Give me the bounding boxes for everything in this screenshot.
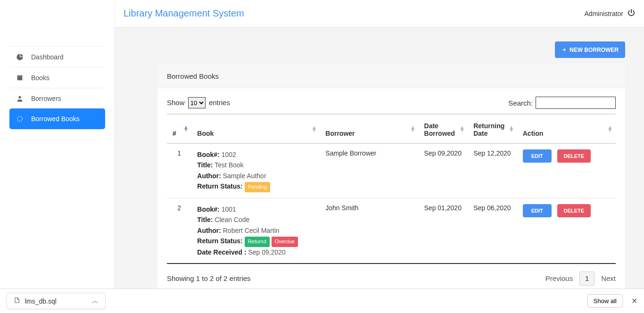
cell-returning-date: Sep 06,2020: [468, 198, 517, 264]
power-icon[interactable]: [627, 8, 636, 18]
cell-book: Book#: 1002 Title: Test Book Author: Sam…: [191, 143, 320, 198]
col-action[interactable]: Action ▲▼: [517, 114, 616, 143]
table-row: 2 Book#: 1001 Title: Clean Code Author: …: [167, 198, 616, 264]
entries-label: entries: [209, 99, 230, 107]
card-title: Borrowed Books: [157, 65, 625, 88]
download-item[interactable]: lms_db.sql ︿: [7, 293, 106, 309]
search-input[interactable]: [536, 97, 616, 109]
show-label: Show: [167, 99, 185, 107]
delete-button[interactable]: DELETE: [557, 149, 591, 163]
cell-number: 1: [167, 143, 191, 198]
content-area: ＋ NEW BORROWER Borrowed Books Show 10 en…: [115, 27, 644, 288]
col-book[interactable]: Book ▲▼: [191, 114, 320, 143]
status-badge-returned: Returnd: [245, 237, 270, 247]
download-bar: lms_db.sql ︿ Show all ✕: [0, 288, 644, 313]
top-bar: Library Management System Administrator: [115, 0, 644, 27]
sidebar-item-books[interactable]: Books: [9, 67, 105, 88]
close-icon[interactable]: ✕: [631, 297, 637, 305]
col-number[interactable]: # ▲▼: [167, 114, 191, 143]
col-borrower[interactable]: Borrower ▲▼: [320, 114, 418, 143]
borrowed-books-card: Borrowed Books Show 10 entries Search:: [157, 65, 625, 288]
cell-book: Book#: 1001 Title: Clean Code Author: Ro…: [191, 198, 320, 264]
length-control: Show 10 entries: [167, 97, 230, 108]
pagination: Previous 1 Next: [545, 272, 616, 286]
paginate-previous[interactable]: Previous: [545, 274, 573, 282]
cell-action: EDIT DELETE: [517, 143, 616, 198]
plus-icon: ＋: [561, 46, 567, 54]
book-icon: [16, 74, 24, 82]
sidebar-item-label: Borrowed Books: [31, 115, 80, 123]
cell-borrower: Sample Borrower: [320, 143, 418, 198]
col-date-borrowed[interactable]: Date Borrowed ▲▼: [419, 114, 468, 143]
sidebar-item-label: Dashboard: [31, 53, 64, 61]
cell-borrower: John Smith: [320, 198, 418, 264]
svg-point-2: [18, 96, 21, 98]
pie-chart-icon: [16, 53, 24, 61]
edit-button[interactable]: EDIT: [523, 149, 552, 163]
table-row: 1 Book#: 1002 Title: Test Book Author: S…: [167, 143, 616, 198]
delete-button[interactable]: DELETE: [557, 204, 591, 217]
sidebar: Dashboard Books Borrowers Borrowed Books: [0, 0, 115, 288]
col-returning-date[interactable]: Returning Date ▲▼: [468, 114, 517, 143]
sidebar-item-borrowers[interactable]: Borrowers: [9, 88, 105, 108]
chevron-up-icon[interactable]: ︿: [92, 297, 99, 305]
sidebar-item-label: Books: [31, 74, 50, 82]
sidebar-item-dashboard[interactable]: Dashboard: [9, 46, 105, 67]
sidebar-item-borrowed-books[interactable]: Borrowed Books: [9, 108, 105, 129]
cell-date-borrowed: Sep 01,2020: [419, 198, 468, 264]
user-label[interactable]: Administrator: [585, 10, 623, 17]
cell-number: 2: [167, 198, 191, 264]
user-icon: [16, 95, 24, 102]
new-borrower-button[interactable]: ＋ NEW BORROWER: [555, 41, 625, 58]
table-info: Showing 1 to 2 of 2 entries: [167, 274, 251, 282]
length-select[interactable]: 10: [188, 97, 206, 108]
cell-date-borrowed: Sep 09,2020: [419, 143, 468, 198]
cell-returning-date: Sep 12,2020: [468, 143, 517, 198]
app-title: Library Management System: [124, 8, 244, 19]
status-badge-pending: Pending: [245, 182, 270, 192]
borrowed-books-table: # ▲▼ Book ▲▼ Borrower ▲▼: [167, 114, 616, 264]
show-all-button[interactable]: Show all: [587, 294, 623, 308]
svg-rect-1: [17, 75, 23, 76]
sidebar-item-label: Borrowers: [31, 95, 61, 102]
svg-point-3: [17, 116, 23, 122]
paginate-page-1[interactable]: 1: [579, 272, 594, 286]
cell-action: EDIT DELETE: [517, 198, 616, 264]
status-badge-overdue: Overdue: [272, 237, 298, 247]
edit-button[interactable]: EDIT: [523, 204, 552, 217]
download-filename: lms_db.sql: [25, 297, 57, 305]
spinner-icon: [16, 115, 24, 123]
file-icon: [14, 297, 20, 305]
new-borrower-label: NEW BORROWER: [570, 47, 619, 53]
paginate-next[interactable]: Next: [601, 274, 616, 282]
search-label: Search:: [508, 99, 533, 107]
